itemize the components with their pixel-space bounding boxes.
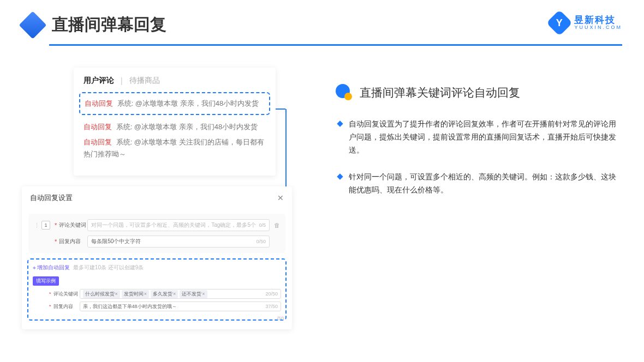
auto-reply-tag: 自动回复 [84,123,112,131]
reply-counter: 0/50 [256,239,266,244]
bullet-text-1: 自动回复设置为了提升作者的评论回复效率，作者可在开播前针对常见的评论用户问题，提… [349,118,622,156]
auto-reply-tag: 自动回复 [84,138,112,146]
auto-reply-tag: 自动回复 [85,99,113,107]
brand-logo: Y 昱新科技 YUUXIN.COM [550,14,622,32]
delete-icon[interactable]: 🗑 [274,222,280,228]
example-badge: 填写示例 [33,276,59,286]
keyword-input[interactable]: 对同一个问题，可设置多个相近、高频的关键词，Tag确定，最多5个 0/5 [87,219,270,231]
settings-title: 自动回复设置 [30,193,73,203]
tab-user-comments[interactable]: 用户评论 [84,76,114,86]
add-hint: 最多可建10条 还可以创建9条 [73,264,144,272]
highlighted-comment: 自动回复 系统: @冰墩墩本墩 亲亲，我们48小时内发货 [79,92,270,115]
tag-chip[interactable]: 多久发货× [151,290,178,298]
form-area: ⋮⋮ 1 * 评论关键词 对同一个问题，可设置多个相近、高频的关键词，Tag确定… [28,214,285,253]
settings-panel: 自动回复设置 ✕ ⋮⋮ 1 * 评论关键词 对同一个问题，可设置多个相近、高频的… [22,186,292,329]
page-icon [22,14,44,36]
diamond-icon [337,174,343,180]
ex-keyword-label: 评论关键词 [53,291,80,298]
ex-reply-label: 回复内容 [53,303,80,310]
page-title: 直播间弹幕回复 [52,14,166,36]
tab-separator: | [121,76,123,85]
tag-chip[interactable]: 还不发货× [180,290,207,298]
bullet-item: 针对同一个问题，可设置多个相近的、高频的关键词。例如：这款多少钱、这块能优惠吗、… [338,171,622,197]
screenshot-column: 用户评论 | 待播商品 自动回复 系统: @冰墩墩本墩 亲亲，我们48小时内发货… [22,68,311,329]
ex-reply-value: 亲，我们这边都是下单48小时内发货的哦～ [83,303,177,310]
keyword-label: 评论关键词 [59,221,87,229]
tag-chip[interactable]: 什么时候发货× [83,290,120,298]
add-auto-reply-link[interactable]: + 增加自动回复 最多可建10条 还可以创建9条 [33,264,281,272]
ex-reply-input[interactable]: 亲，我们这边都是下单48小时内发货的哦～ 37/50 [80,301,281,311]
reply-label: 回复内容 [59,238,87,245]
comment-text-1: 系统: @冰墩墩本墩 亲亲，我们48小时内发货 [117,99,259,107]
brand-name: 昱新科技 [574,15,622,26]
bullet-text-2: 针对同一个问题，可设置多个相近的、高频的关键词。例如：这款多少钱、这块能优惠吗、… [349,171,622,197]
reply-input[interactable]: 每条限50个中文字符 0/50 [87,236,270,248]
brand-icon: Y [546,10,573,36]
connector-line [276,108,285,110]
required-star: * [49,304,51,309]
section-title: 直播间弹幕关键词评论自动回复 [360,85,520,100]
keyword-placeholder: 对同一个问题，可设置多个相近、高频的关键词，Tag确定，最多5个 [91,221,256,229]
required-star: * [55,238,57,245]
ex-reply-counter: 37/50 [265,304,278,309]
drag-handle-icon[interactable]: ⋮⋮ [34,222,41,229]
reply-value: 每条限50个中文字符 [91,238,141,245]
ex-keyword-counter: 20/50 [265,291,278,297]
row-number: 1 [41,221,50,230]
required-star: * [55,222,57,228]
tag-chip[interactable]: 发货时间× [122,290,149,298]
panel-counter: /50 [277,316,284,321]
required-star: * [49,291,51,297]
close-icon[interactable]: ✕ [277,194,284,202]
description-column: 直播间弹幕关键词评论自动回复 自动回复设置为了提升作者的评论回复效率，作者可在开… [311,68,622,329]
example-section: + 增加自动回复 最多可建10条 还可以创建9条 填写示例 * 评论关键词 什么… [27,258,287,321]
diamond-icon [337,120,343,126]
tab-pending-goods[interactable]: 待播商品 [129,76,160,86]
comment-text-2: 系统: @冰墩墩本墩 亲亲，我们48小时内发货 [116,123,258,131]
brand-url: YUUXIN.COM [574,25,622,31]
ex-keyword-input[interactable]: 什么时候发货× 发货时间× 多久发货× 还不发货× 20/50 [80,289,281,299]
plus-icon: + [33,265,36,271]
keyword-counter: 0/5 [259,222,266,228]
comments-panel: 用户评论 | 待播商品 自动回复 系统: @冰墩墩本墩 亲亲，我们48小时内发货… [74,68,276,176]
bullet-item: 自动回复设置为了提升作者的评论回复效率，作者可在开播前针对常见的评论用户问题，提… [338,118,622,156]
chat-bubble-icon [336,84,353,101]
